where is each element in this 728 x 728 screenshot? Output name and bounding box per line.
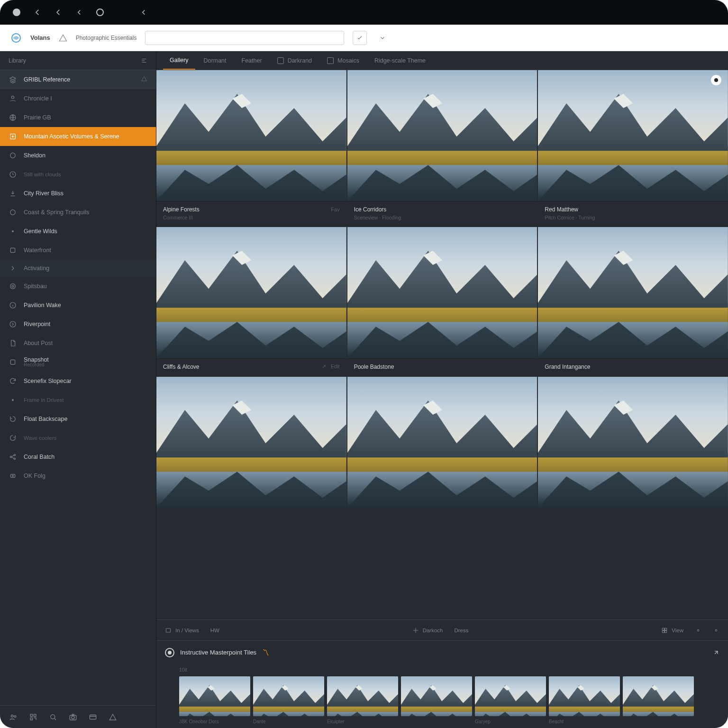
tab-4[interactable]: Mosaics (320, 51, 366, 70)
sidebar-item-5[interactable]: Still with clouds (0, 165, 156, 184)
dot-icon (9, 227, 17, 236)
target-icon (9, 282, 17, 291)
back4-icon[interactable] (138, 7, 149, 18)
thumb-0-0[interactable] (156, 70, 346, 201)
triangle-icon[interactable] (108, 712, 118, 722)
thumb-0-2[interactable] (538, 70, 728, 201)
thumb-1-0[interactable] (156, 227, 346, 358)
tab-action-download[interactable] (693, 51, 706, 70)
sidebar-item-18[interactable]: Float Backscape (0, 410, 156, 428)
thumb-2-1[interactable] (347, 377, 537, 508)
sidebar-item-11[interactable]: Spitsbau (0, 277, 156, 296)
sidebar-item-14[interactable]: About Post (0, 334, 156, 353)
tb-dot-icon[interactable] (11, 7, 22, 18)
svg-point-22 (14, 715, 16, 717)
breadcrumb: Photographic Essentials (76, 35, 137, 41)
sidebar-item-3[interactable]: Mountain Ascetic Volumes & Serene (0, 127, 156, 146)
back-icon[interactable] (32, 7, 43, 18)
thumb-2-0[interactable] (156, 377, 346, 508)
spark-icon: 〽 (262, 648, 269, 656)
strip-item-2[interactable]: Ekuipter (327, 676, 398, 724)
sidebar-item-8[interactable]: Gentle Wilds (0, 222, 156, 241)
meta-view[interactable]: View (661, 627, 683, 634)
sidebar-item-20[interactable]: Coral Batch (0, 447, 156, 466)
ring-icon (165, 648, 174, 657)
meta-dot2[interactable] (713, 627, 719, 634)
sidebar-item-label: Prairie GB (24, 114, 51, 121)
sidebar-item-10[interactable]: Activating (0, 260, 156, 277)
thumb-caption-1-2: Grand Intangance (538, 358, 728, 377)
tab-2[interactable]: Feather (235, 51, 269, 70)
back2-icon[interactable] (53, 7, 64, 18)
sidebar-item-15[interactable]: SnapshotRecorded (0, 353, 156, 372)
square-icon (9, 358, 17, 366)
card-icon[interactable] (88, 712, 98, 722)
svg-point-62 (697, 629, 699, 631)
tab-0[interactable]: Gallery (163, 51, 195, 70)
sidebar-item-4[interactable]: Sheldon (0, 146, 156, 165)
sidebar-item-19[interactable]: Wave coolers (0, 428, 156, 447)
search-input[interactable] (145, 31, 344, 45)
strip-item-0[interactable]: 38K Oneobar Dors (179, 676, 250, 724)
thumb-caption-1-0: Cliffs & Alcove↗Edit (156, 358, 346, 377)
qr-icon[interactable] (28, 712, 38, 722)
sidebar-item-21[interactable]: OK Folg (0, 466, 156, 485)
thumb-action[interactable]: ↗ (322, 364, 326, 370)
tab-5[interactable]: Ridge-scale Theme (368, 51, 432, 70)
search-icon[interactable] (48, 712, 58, 722)
back3-icon[interactable] (74, 7, 84, 18)
strip-thumb (623, 676, 694, 716)
svg-rect-58 (663, 628, 664, 630)
thumb-action[interactable]: Edit (331, 364, 340, 370)
thumb-1-2[interactable] (538, 227, 728, 358)
tb-circle-icon[interactable] (95, 7, 105, 18)
tab-1[interactable]: Dormant (197, 51, 233, 70)
tab-action-refresh[interactable] (708, 51, 721, 70)
camera-icon[interactable] (68, 712, 78, 722)
thumb-0-1[interactable] (347, 70, 537, 201)
tab-3[interactable]: Darkrand (271, 51, 318, 70)
sidebar-item-2[interactable]: Prairie GB (0, 108, 156, 127)
meta-dot1[interactable] (695, 627, 701, 634)
plus-square-icon (9, 132, 17, 141)
sidebar-item-label: GRIBL Reference (24, 76, 70, 83)
sidebar-item-13[interactable]: Riverpoint (0, 315, 156, 334)
sidebar-item-label: Mountain Ascetic Volumes & Serene (24, 133, 119, 140)
meta-views[interactable]: In / Views (165, 627, 199, 634)
strip-label: Dante (253, 719, 324, 724)
sidebar-item-9[interactable]: Waterfront (0, 241, 156, 260)
svg-point-12 (10, 321, 16, 327)
sidebar-item-12[interactable]: Pavilion Wake (0, 296, 156, 315)
thumb-1-1[interactable] (347, 227, 537, 358)
thumb-2-2[interactable] (538, 377, 728, 508)
expand-icon[interactable] (713, 649, 719, 656)
sidebar-item-16[interactable]: Scenefix Slopecar (0, 372, 156, 391)
svg-point-20 (12, 475, 14, 476)
chevron-down-icon[interactable] (375, 31, 390, 45)
dot-icon (9, 396, 17, 404)
sidebar-header-action-icon[interactable] (141, 57, 147, 64)
rotate-icon (9, 415, 17, 423)
sidebar-item-7[interactable]: Coast & Spring Tranquils (0, 203, 156, 222)
confirm-button[interactable] (353, 31, 367, 45)
strip-item-1[interactable]: Dante (253, 676, 324, 724)
strip-item-4[interactable]: Garyep (475, 676, 546, 724)
strip-item-3[interactable] (401, 676, 472, 724)
strip-item-5[interactable]: Beacht (549, 676, 620, 724)
meta-darkoch[interactable]: Darkoch (412, 627, 443, 634)
strip-label: Garyep (475, 719, 546, 724)
thumb-action[interactable]: Fav (331, 207, 339, 212)
users-icon[interactable] (9, 712, 18, 722)
svg-point-7 (12, 230, 14, 232)
strip-panel-title: Instructive Masterpoint Tiles (180, 649, 256, 656)
brand-label: Volans (30, 34, 50, 41)
sidebar-item-1[interactable]: Chronicle I (0, 89, 156, 108)
meta-dress[interactable]: Dress (454, 628, 468, 633)
strip-item-6[interactable] (623, 676, 694, 724)
sidebar-item-17[interactable]: Frame in Drivest (0, 391, 156, 410)
sidebar-item-6[interactable]: City River Bliss (0, 184, 156, 203)
strip-label: Beacht (549, 719, 620, 724)
sidebar-item-0[interactable]: GRIBL Reference (0, 70, 156, 89)
thumb-subtitle: Sceneview · Flooding (354, 215, 531, 220)
sidebar-item-label: Pavilion Wake (24, 302, 61, 309)
